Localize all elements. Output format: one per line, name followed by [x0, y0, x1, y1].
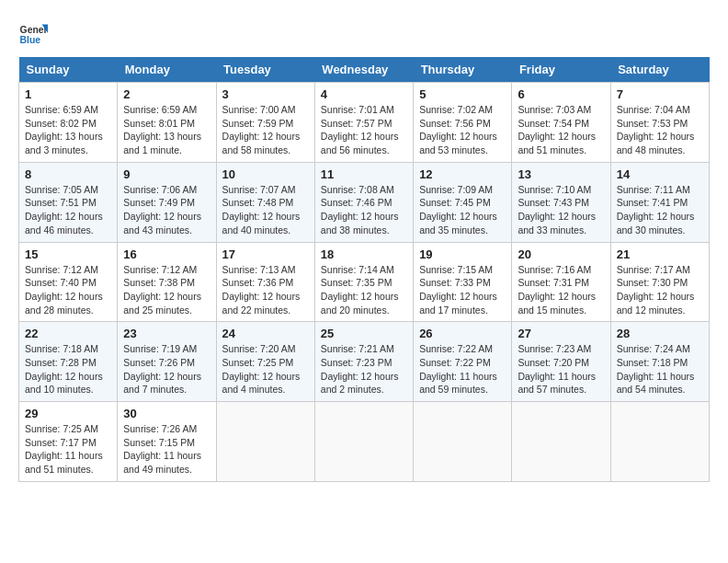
- day-number: 25: [321, 327, 407, 340]
- calendar-cell: 28 Sunrise: 7:24 AMSunset: 7:18 PMDaylig…: [610, 322, 709, 402]
- day-info: Sunrise: 7:23 AMSunset: 7:20 PMDaylight:…: [518, 342, 604, 396]
- day-number: 7: [617, 87, 703, 101]
- calendar-cell: 1 Sunrise: 6:59 AMSunset: 8:02 PMDayligh…: [19, 83, 118, 163]
- calendar-cell: 29 Sunrise: 7:25 AMSunset: 7:17 PMDaylig…: [19, 402, 118, 482]
- day-number: 14: [617, 167, 703, 181]
- logo: General Blue: [18, 18, 51, 48]
- calendar-cell: [216, 402, 314, 482]
- day-info: Sunrise: 7:22 AMSunset: 7:22 PMDaylight:…: [419, 342, 506, 396]
- calendar-cell: 2 Sunrise: 6:59 AMSunset: 8:01 PMDayligh…: [118, 83, 216, 163]
- calendar-week-row: 1 Sunrise: 6:59 AMSunset: 8:02 PMDayligh…: [19, 83, 710, 163]
- calendar-header-row: SundayMondayTuesdayWednesdayThursdayFrid…: [19, 57, 710, 83]
- day-info: Sunrise: 7:00 AMSunset: 7:59 PMDaylight:…: [222, 103, 309, 157]
- day-info: Sunrise: 7:25 AMSunset: 7:17 PMDaylight:…: [25, 422, 111, 477]
- day-number: 4: [321, 87, 407, 101]
- day-info: Sunrise: 7:07 AMSunset: 7:48 PMDaylight:…: [222, 183, 309, 237]
- day-number: 2: [123, 87, 210, 101]
- day-number: 16: [123, 247, 210, 261]
- day-info: Sunrise: 7:05 AMSunset: 7:51 PMDaylight:…: [25, 183, 111, 237]
- weekday-header-tuesday: Tuesday: [216, 57, 314, 83]
- calendar-cell: 15 Sunrise: 7:12 AMSunset: 7:40 PMDaylig…: [19, 242, 118, 322]
- day-info: Sunrise: 7:04 AMSunset: 7:53 PMDaylight:…: [617, 103, 703, 157]
- calendar-cell: 19 Sunrise: 7:15 AMSunset: 7:33 PMDaylig…: [414, 242, 512, 322]
- calendar-week-row: 29 Sunrise: 7:25 AMSunset: 7:17 PMDaylig…: [19, 402, 710, 482]
- calendar-week-row: 22 Sunrise: 7:18 AMSunset: 7:28 PMDaylig…: [19, 322, 710, 402]
- day-info: Sunrise: 7:02 AMSunset: 7:56 PMDaylight:…: [419, 103, 506, 157]
- calendar-cell: 30 Sunrise: 7:26 AMSunset: 7:15 PMDaylig…: [118, 402, 216, 482]
- calendar-cell: 3 Sunrise: 7:00 AMSunset: 7:59 PMDayligh…: [216, 83, 314, 163]
- calendar-cell: 11 Sunrise: 7:08 AMSunset: 7:46 PMDaylig…: [314, 162, 413, 242]
- calendar-cell: 27 Sunrise: 7:23 AMSunset: 7:20 PMDaylig…: [512, 322, 610, 402]
- day-number: 15: [25, 247, 111, 261]
- calendar-cell: [314, 402, 413, 482]
- logo-icon: General Blue: [18, 18, 48, 48]
- day-info: Sunrise: 7:24 AMSunset: 7:18 PMDaylight:…: [617, 342, 703, 396]
- calendar-cell: 7 Sunrise: 7:04 AMSunset: 7:53 PMDayligh…: [610, 83, 709, 163]
- weekday-header-friday: Friday: [512, 57, 610, 83]
- calendar-cell: 25 Sunrise: 7:21 AMSunset: 7:23 PMDaylig…: [314, 322, 413, 402]
- calendar-cell: 10 Sunrise: 7:07 AMSunset: 7:48 PMDaylig…: [216, 162, 314, 242]
- day-number: 30: [123, 407, 210, 420]
- day-info: Sunrise: 7:17 AMSunset: 7:30 PMDaylight:…: [617, 263, 703, 317]
- day-info: Sunrise: 7:21 AMSunset: 7:23 PMDaylight:…: [321, 342, 407, 396]
- calendar-cell: 16 Sunrise: 7:12 AMSunset: 7:38 PMDaylig…: [118, 242, 216, 322]
- day-info: Sunrise: 7:06 AMSunset: 7:49 PMDaylight:…: [123, 183, 210, 237]
- calendar-cell: 9 Sunrise: 7:06 AMSunset: 7:49 PMDayligh…: [118, 162, 216, 242]
- day-info: Sunrise: 7:20 AMSunset: 7:25 PMDaylight:…: [222, 342, 309, 396]
- calendar-cell: 14 Sunrise: 7:11 AMSunset: 7:41 PMDaylig…: [610, 162, 709, 242]
- weekday-header-wednesday: Wednesday: [314, 57, 413, 83]
- day-number: 23: [123, 327, 210, 340]
- day-number: 26: [419, 327, 506, 340]
- day-info: Sunrise: 7:14 AMSunset: 7:35 PMDaylight:…: [321, 263, 407, 317]
- calendar-cell: 26 Sunrise: 7:22 AMSunset: 7:22 PMDaylig…: [414, 322, 512, 402]
- day-number: 6: [518, 87, 604, 101]
- calendar-cell: [512, 402, 610, 482]
- calendar-cell: 17 Sunrise: 7:13 AMSunset: 7:36 PMDaylig…: [216, 242, 314, 322]
- day-info: Sunrise: 6:59 AMSunset: 8:01 PMDaylight:…: [123, 103, 210, 157]
- day-info: Sunrise: 7:18 AMSunset: 7:28 PMDaylight:…: [25, 342, 111, 396]
- day-info: Sunrise: 7:16 AMSunset: 7:31 PMDaylight:…: [518, 263, 604, 317]
- day-info: Sunrise: 7:19 AMSunset: 7:26 PMDaylight:…: [123, 342, 210, 396]
- calendar-week-row: 8 Sunrise: 7:05 AMSunset: 7:51 PMDayligh…: [19, 162, 710, 242]
- calendar-week-row: 15 Sunrise: 7:12 AMSunset: 7:40 PMDaylig…: [19, 242, 710, 322]
- day-info: Sunrise: 6:59 AMSunset: 8:02 PMDaylight:…: [25, 103, 111, 157]
- calendar-cell: 23 Sunrise: 7:19 AMSunset: 7:26 PMDaylig…: [118, 322, 216, 402]
- day-info: Sunrise: 7:12 AMSunset: 7:40 PMDaylight:…: [25, 263, 111, 317]
- day-info: Sunrise: 7:12 AMSunset: 7:38 PMDaylight:…: [123, 263, 210, 317]
- calendar-cell: 18 Sunrise: 7:14 AMSunset: 7:35 PMDaylig…: [314, 242, 413, 322]
- calendar-cell: 22 Sunrise: 7:18 AMSunset: 7:28 PMDaylig…: [19, 322, 118, 402]
- weekday-header-saturday: Saturday: [610, 57, 709, 83]
- day-info: Sunrise: 7:11 AMSunset: 7:41 PMDaylight:…: [617, 183, 703, 237]
- day-number: 20: [518, 247, 604, 261]
- day-info: Sunrise: 7:08 AMSunset: 7:46 PMDaylight:…: [321, 183, 407, 237]
- calendar-cell: 24 Sunrise: 7:20 AMSunset: 7:25 PMDaylig…: [216, 322, 314, 402]
- calendar-table: SundayMondayTuesdayWednesdayThursdayFrid…: [18, 57, 710, 482]
- calendar-cell: 13 Sunrise: 7:10 AMSunset: 7:43 PMDaylig…: [512, 162, 610, 242]
- calendar-cell: [414, 402, 512, 482]
- day-info: Sunrise: 7:15 AMSunset: 7:33 PMDaylight:…: [419, 263, 506, 317]
- calendar-cell: 12 Sunrise: 7:09 AMSunset: 7:45 PMDaylig…: [414, 162, 512, 242]
- day-number: 8: [25, 167, 111, 181]
- day-number: 10: [222, 167, 309, 181]
- day-number: 13: [518, 167, 604, 181]
- day-info: Sunrise: 7:10 AMSunset: 7:43 PMDaylight:…: [518, 183, 604, 237]
- svg-text:Blue: Blue: [20, 35, 41, 45]
- day-info: Sunrise: 7:01 AMSunset: 7:57 PMDaylight:…: [321, 103, 407, 157]
- calendar-cell: 8 Sunrise: 7:05 AMSunset: 7:51 PMDayligh…: [19, 162, 118, 242]
- calendar-cell: 20 Sunrise: 7:16 AMSunset: 7:31 PMDaylig…: [512, 242, 610, 322]
- day-number: 29: [25, 407, 111, 420]
- calendar-cell: [610, 402, 709, 482]
- calendar-cell: 21 Sunrise: 7:17 AMSunset: 7:30 PMDaylig…: [610, 242, 709, 322]
- page-header: General Blue: [18, 18, 710, 48]
- day-number: 11: [321, 167, 407, 181]
- day-number: 1: [25, 87, 111, 101]
- day-number: 18: [321, 247, 407, 261]
- day-number: 3: [222, 87, 309, 101]
- day-number: 19: [419, 247, 506, 261]
- day-number: 9: [123, 167, 210, 181]
- calendar-cell: 4 Sunrise: 7:01 AMSunset: 7:57 PMDayligh…: [314, 83, 413, 163]
- day-number: 24: [222, 327, 309, 340]
- day-info: Sunrise: 7:03 AMSunset: 7:54 PMDaylight:…: [518, 103, 604, 157]
- day-number: 17: [222, 247, 309, 261]
- weekday-header-monday: Monday: [118, 57, 216, 83]
